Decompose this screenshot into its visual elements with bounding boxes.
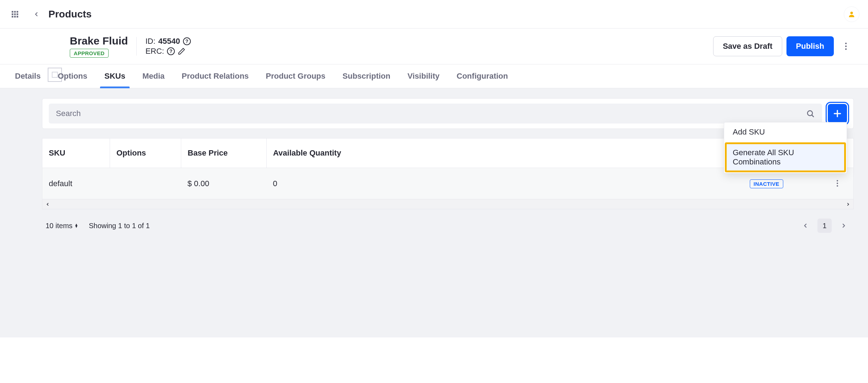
chevron-right-icon: [841, 222, 847, 229]
svg-point-18: [837, 180, 838, 182]
kebab-icon: [845, 42, 847, 50]
tab-subscription[interactable]: Subscription: [342, 64, 391, 88]
row-actions-button[interactable]: [832, 178, 843, 189]
product-title: Brake Fluid: [70, 35, 128, 47]
add-button[interactable]: [828, 104, 847, 123]
items-per-page-select[interactable]: 10 items ▲▼: [46, 222, 78, 230]
tab-details[interactable]: Details: [14, 64, 41, 88]
pencil-icon: [178, 47, 185, 55]
svg-rect-1: [14, 11, 16, 12]
tab-product-groups[interactable]: Product Groups: [265, 64, 326, 88]
app-switcher-button[interactable]: [9, 8, 21, 21]
chevron-right-icon: [846, 202, 851, 207]
svg-point-9: [850, 11, 853, 14]
topbar: Products: [0, 0, 868, 28]
svg-rect-8: [17, 16, 19, 17]
status-inactive-badge: INACTIVE: [750, 179, 783, 188]
svg-rect-0: [12, 11, 14, 12]
save-draft-button[interactable]: Save as Draft: [713, 36, 782, 56]
dropdown-add-sku[interactable]: Add SKU: [724, 122, 847, 142]
search-icon: [806, 109, 815, 118]
svg-rect-2: [17, 11, 19, 12]
col-available-quantity[interactable]: Available Quantity: [267, 138, 743, 168]
svg-point-20: [837, 185, 838, 187]
tab-skus[interactable]: SKUs: [104, 64, 126, 88]
chevron-left-icon: [802, 222, 809, 229]
svg-rect-5: [17, 13, 19, 15]
chevron-left-icon: [33, 11, 40, 17]
erc-help-icon[interactable]: ?: [167, 47, 175, 55]
sort-arrows-icon: ▲▼: [75, 224, 78, 228]
kebab-icon: [836, 180, 838, 187]
cell-sku: default: [42, 168, 110, 199]
svg-rect-6: [12, 16, 14, 17]
pagination: 10 items ▲▼ Showing 1 to 1 of 1 1: [42, 219, 854, 233]
id-help-icon[interactable]: ?: [183, 37, 191, 45]
cell-qty: 0: [267, 168, 743, 199]
cell-options: [110, 168, 181, 199]
svg-point-12: [845, 46, 847, 47]
user-icon: [848, 10, 856, 18]
svg-rect-4: [14, 13, 16, 15]
svg-rect-7: [14, 16, 16, 17]
prev-page-button[interactable]: [799, 219, 812, 232]
grid-icon: [11, 10, 19, 18]
showing-text: Showing 1 to 1 of 1: [89, 222, 150, 230]
dropdown-generate-all[interactable]: Generate All SKU Combinations: [726, 143, 845, 172]
erc-edit-button[interactable]: [178, 47, 185, 55]
erc-label: ERC:: [145, 47, 164, 56]
cell-base-price: $ 0.00: [181, 168, 267, 199]
id-value: 45540: [158, 37, 180, 46]
tab-configuration[interactable]: Configuration: [456, 64, 509, 88]
svg-point-11: [845, 43, 847, 44]
toolbar: Add SKU Generate All SKU Combinations: [42, 98, 854, 129]
svg-line-15: [812, 115, 814, 117]
tabs: Details Options SKUs Media Product Relat…: [0, 64, 868, 88]
content-area: Add SKU Generate All SKU Combinations SK…: [0, 88, 868, 337]
horizontal-scrollbar[interactable]: [42, 199, 854, 209]
add-dropdown: Add SKU Generate All SKU Combinations: [724, 122, 847, 173]
items-per-page-label: 10 items: [46, 222, 73, 230]
tab-options[interactable]: Options: [57, 64, 88, 88]
tab-product-relations[interactable]: Product Relations: [181, 64, 249, 88]
page-number-current[interactable]: 1: [817, 219, 832, 233]
svg-rect-3: [12, 13, 14, 15]
product-meta: ID: 45540 ? ERC: ?: [145, 37, 190, 56]
user-avatar[interactable]: [844, 6, 859, 22]
search-box: [49, 104, 822, 124]
product-header: Brake Fluid APPROVED ID: 45540 ? ERC: ? …: [0, 28, 868, 64]
page-title: Products: [48, 9, 91, 20]
id-label: ID:: [145, 37, 155, 46]
tab-media[interactable]: Media: [142, 64, 165, 88]
col-sku[interactable]: SKU: [42, 138, 110, 168]
divider: [136, 37, 137, 56]
chevron-left-icon: [45, 202, 50, 207]
publish-button[interactable]: Publish: [786, 36, 834, 56]
status-badge: APPROVED: [70, 49, 109, 58]
tab-visibility[interactable]: Visibility: [407, 64, 440, 88]
next-page-button[interactable]: [837, 219, 850, 232]
col-options[interactable]: Options: [110, 138, 181, 168]
svg-point-13: [845, 48, 847, 50]
product-actions-menu[interactable]: [838, 38, 854, 54]
svg-point-19: [837, 183, 838, 184]
search-button[interactable]: [805, 108, 816, 119]
col-base-price[interactable]: Base Price: [181, 138, 267, 168]
search-input[interactable]: [55, 109, 805, 119]
plus-icon: [833, 109, 842, 118]
back-button[interactable]: [30, 8, 43, 21]
